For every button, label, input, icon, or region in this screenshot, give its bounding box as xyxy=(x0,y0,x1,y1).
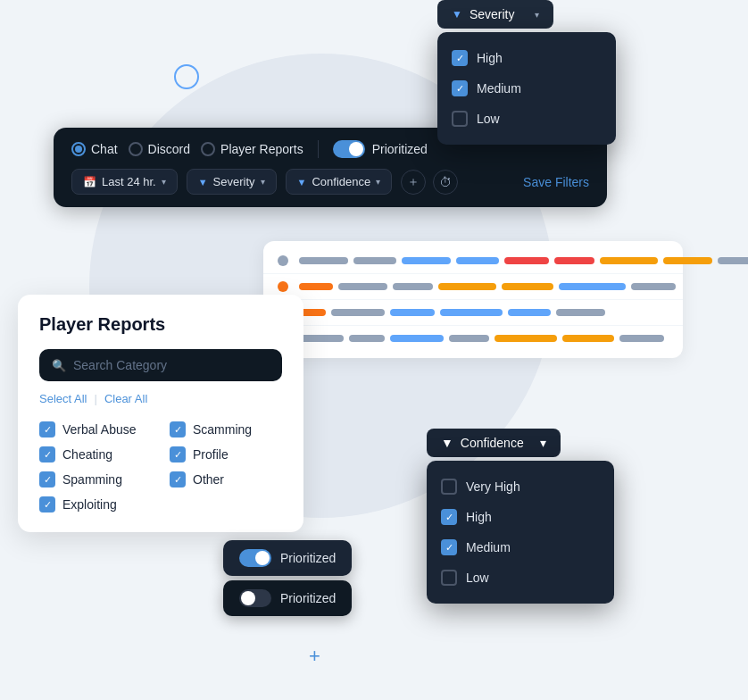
check-icon: ✓ xyxy=(456,53,464,64)
bar-segment xyxy=(449,335,489,342)
severity-low-item[interactable]: Low xyxy=(452,104,602,134)
category-cheating[interactable]: ✓ Cheating xyxy=(39,446,152,462)
add-filter-button[interactable]: ＋ xyxy=(401,170,426,195)
plus-icon[interactable]: + xyxy=(309,645,320,668)
chevron-down-icon: ▾ xyxy=(535,10,539,20)
bar-segment xyxy=(600,257,658,264)
confidence-medium-label: Medium xyxy=(466,540,511,554)
bar-segment xyxy=(562,335,614,342)
bar-group xyxy=(299,309,669,316)
bar-segment xyxy=(331,309,385,316)
save-filters-button[interactable]: Save Filters xyxy=(523,175,589,189)
bar-segment xyxy=(556,309,605,316)
prioritized-off-toggle: Prioritized xyxy=(223,580,352,616)
prioritized-toggle[interactable] xyxy=(333,140,365,158)
confidence-high-checkbox[interactable]: ✓ xyxy=(441,509,457,525)
check-icon: ✓ xyxy=(44,424,52,436)
severity-low-checkbox[interactable] xyxy=(452,111,468,127)
radio-circle-player-reports xyxy=(201,142,215,156)
category-profile[interactable]: ✓ Profile xyxy=(170,446,282,462)
severity-button-label: Severity xyxy=(470,7,515,21)
chevron-down-icon: ▾ xyxy=(162,177,166,187)
bar-segment xyxy=(390,335,444,342)
cat-checkbox[interactable]: ✓ xyxy=(170,471,186,488)
pipe-divider: | xyxy=(94,392,96,405)
check-icon: ✓ xyxy=(456,83,464,95)
bar-segment xyxy=(631,283,676,290)
confidence-button-label: Confidence xyxy=(461,436,524,450)
confidence-low-item[interactable]: Low xyxy=(441,562,600,593)
bar-segment xyxy=(504,257,549,264)
cat-label: Verbal Abuse xyxy=(62,422,137,437)
date-chip[interactable]: 📅 Last 24 hr. ▾ xyxy=(71,169,178,195)
search-category-input[interactable]: Search Category xyxy=(73,358,167,372)
cat-checkbox[interactable]: ✓ xyxy=(170,446,186,462)
prioritized-off-switch[interactable] xyxy=(239,589,271,607)
bar-segment xyxy=(559,283,626,290)
cat-checkbox[interactable]: ✓ xyxy=(39,421,55,438)
severity-high-item[interactable]: ✓ High xyxy=(452,43,602,73)
cat-label: Scamming xyxy=(193,422,252,437)
bar-segment xyxy=(718,257,748,264)
category-spamming[interactable]: ✓ Spamming xyxy=(39,471,152,488)
cat-checkbox[interactable]: ✓ xyxy=(39,446,55,462)
confidence-medium-checkbox[interactable]: ✓ xyxy=(441,539,457,555)
radio-player-reports[interactable]: Player Reports xyxy=(201,142,303,156)
filter-icon: ▼ xyxy=(452,8,462,21)
severity-high-checkbox[interactable]: ✓ xyxy=(452,50,468,66)
severity-filter-button[interactable]: ▼ Severity ▾ xyxy=(437,0,553,29)
cat-label: Cheating xyxy=(62,447,112,462)
confidence-chip[interactable]: ▼ Confidence ▾ xyxy=(286,169,393,195)
radio-chat[interactable]: Chat xyxy=(71,142,118,156)
confidence-high-item[interactable]: ✓ High xyxy=(441,502,600,532)
prioritized-toggle-group: Prioritized xyxy=(333,140,428,158)
clear-all-button[interactable]: Clear All xyxy=(104,392,147,405)
category-exploiting[interactable]: ✓ Exploiting xyxy=(39,496,152,512)
bar-segment xyxy=(299,335,344,342)
cat-checkbox[interactable]: ✓ xyxy=(39,471,55,488)
bar-segment xyxy=(495,335,557,342)
history-button[interactable]: ⏱ xyxy=(433,170,458,195)
cat-label: Profile xyxy=(193,447,229,462)
check-icon: ✓ xyxy=(44,449,52,461)
confidence-very-high-item[interactable]: Very High xyxy=(441,471,600,502)
confidence-filter-button[interactable]: ▼ Confidence ▾ xyxy=(427,429,561,457)
confidence-medium-item[interactable]: ✓ Medium xyxy=(441,532,600,562)
category-other[interactable]: ✓ Other xyxy=(170,471,282,488)
check-icon: ✓ xyxy=(44,474,52,486)
bar-segment xyxy=(402,257,451,264)
severity-chip[interactable]: ▼ Severity ▾ xyxy=(187,169,277,195)
severity-medium-checkbox[interactable]: ✓ xyxy=(452,80,468,96)
bar-segment xyxy=(619,335,664,342)
player-reports-panel: Player Reports 🔍 Search Category Select … xyxy=(18,295,303,532)
cat-checkbox[interactable]: ✓ xyxy=(170,421,186,438)
category-verbal-abuse[interactable]: ✓ Verbal Abuse xyxy=(39,421,152,438)
severity-medium-item[interactable]: ✓ Medium xyxy=(452,73,602,104)
radio-discord-label: Discord xyxy=(148,142,190,156)
table-row xyxy=(263,300,683,326)
radio-circle-chat xyxy=(71,142,86,156)
severity-medium-label: Medium xyxy=(477,81,521,96)
cat-label: Exploiting xyxy=(62,497,117,512)
severity-low-label: Low xyxy=(477,112,500,126)
select-all-button[interactable]: Select All xyxy=(39,392,87,405)
confidence-very-high-checkbox[interactable] xyxy=(441,479,457,495)
category-grid: ✓ Verbal Abuse ✓ Scamming ✓ Cheating ✓ P… xyxy=(39,421,282,512)
search-input-wrap[interactable]: 🔍 Search Category xyxy=(39,349,282,381)
severity-dropdown-top: ▼ Severity ▾ ✓ High ✓ Medium Low xyxy=(437,0,616,145)
radio-dot xyxy=(75,146,82,153)
radio-discord[interactable]: Discord xyxy=(129,142,190,156)
table-row xyxy=(263,248,683,274)
action-icons: ＋ ⏱ xyxy=(401,170,458,195)
confidence-high-label: High xyxy=(466,510,492,524)
prioritized-on-switch[interactable] xyxy=(239,549,271,567)
bar-segment xyxy=(338,283,387,290)
prioritized-label: Prioritized xyxy=(372,142,428,156)
bar-segment xyxy=(663,257,712,264)
radio-chat-label: Chat xyxy=(91,142,118,156)
category-scamming[interactable]: ✓ Scamming xyxy=(170,421,282,438)
cat-checkbox[interactable]: ✓ xyxy=(39,496,55,512)
bar-segment xyxy=(508,309,551,316)
bar-segment xyxy=(390,309,435,316)
confidence-low-checkbox[interactable] xyxy=(441,570,457,586)
